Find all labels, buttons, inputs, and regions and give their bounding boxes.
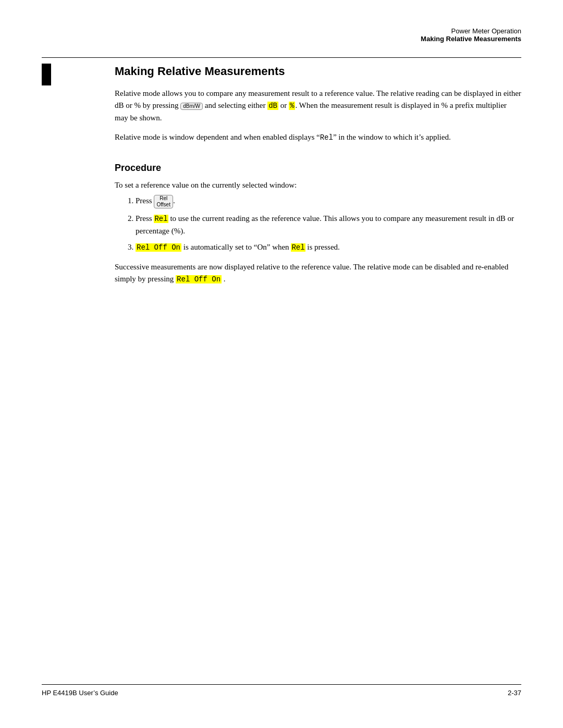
page-footer: HP E4419B User’s Guide 2-37 bbox=[42, 684, 521, 697]
step-3: Rel Off On is automatically set to “On” … bbox=[136, 241, 521, 254]
key-rel-top: Rel bbox=[156, 195, 170, 202]
rel-off-on-softkey-step3: Rel Off On bbox=[136, 243, 181, 252]
rel-offset-key: RelOffset bbox=[154, 195, 173, 208]
section-title: Making Relative Measurements bbox=[115, 65, 521, 78]
intro-paragraph-1: Relative mode allows you to compare any … bbox=[115, 88, 521, 124]
left-accent-bar bbox=[42, 64, 51, 85]
intro-paragraph-2: Relative mode is window dependent and wh… bbox=[115, 131, 521, 144]
header-top-line: Power Meter Operation bbox=[421, 27, 521, 35]
main-content: Making Relative Measurements Relative mo… bbox=[115, 57, 521, 292]
percent-softkey: % bbox=[289, 102, 295, 110]
footer-left: HP E4419B User’s Guide bbox=[42, 689, 118, 697]
subsection-title: Procedure bbox=[115, 163, 521, 174]
steps-list: Press RelOffset. Press Rel to use the cu… bbox=[136, 195, 521, 254]
step-2: Press Rel to use the current reading as … bbox=[136, 213, 521, 237]
db-softkey: dB bbox=[267, 102, 278, 110]
procedure-intro: To set a reference value on the currentl… bbox=[115, 181, 521, 190]
rel-display-text: Rel bbox=[320, 133, 333, 142]
page: Power Meter Operation Making Relative Me… bbox=[0, 0, 563, 728]
key-offset-bottom: Offset bbox=[156, 202, 170, 208]
rel-softkey-step2: Rel bbox=[154, 215, 168, 223]
rel-off-on-softkey-closing: Rel Off On bbox=[176, 275, 222, 283]
dbmw-key: dBm/W bbox=[180, 103, 203, 110]
closing-paragraph: Successive measurements are now displaye… bbox=[115, 261, 521, 286]
footer-right: 2-37 bbox=[508, 689, 521, 697]
step-1: Press RelOffset. bbox=[136, 195, 521, 208]
page-header: Power Meter Operation Making Relative Me… bbox=[421, 27, 521, 43]
rel-softkey-step3: Rel bbox=[291, 243, 305, 252]
key-top-label: dBm/W bbox=[183, 103, 200, 109]
header-bold-line: Making Relative Measurements bbox=[421, 35, 521, 43]
